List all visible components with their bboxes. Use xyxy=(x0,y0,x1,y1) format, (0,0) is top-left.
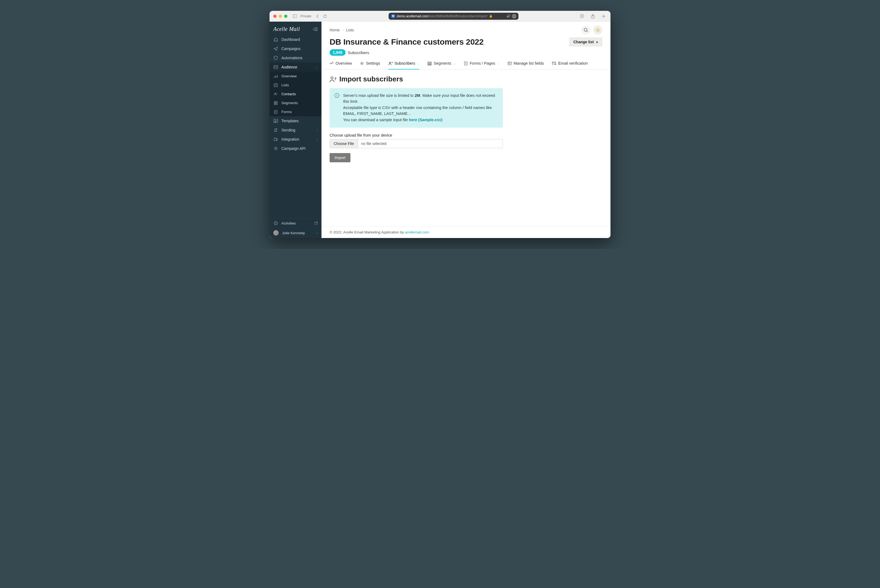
page-title: DB Insurance & Finance customers 2022 xyxy=(330,38,484,46)
svg-rect-10 xyxy=(274,104,275,105)
svg-point-21 xyxy=(389,62,390,63)
avatar xyxy=(273,230,279,236)
sidebar-item-label: Templates xyxy=(281,119,299,123)
svg-point-28 xyxy=(331,77,333,79)
footer-link[interactable]: acellemail.com xyxy=(405,230,429,234)
back-button[interactable] xyxy=(315,14,320,19)
chevron-double-right-icon: » xyxy=(596,40,598,44)
svg-rect-9 xyxy=(276,101,277,103)
sidebar-subitem-segments[interactable]: Segments xyxy=(270,99,321,107)
svg-rect-12 xyxy=(275,110,277,114)
chevron-down-icon: ⌄ xyxy=(417,62,419,65)
private-badge: Private xyxy=(300,14,311,18)
sidebar: Acelle Mail Dashboard Campaigns Automati… xyxy=(270,22,321,238)
minimize-window-icon[interactable] xyxy=(279,15,282,18)
sidebar-item-label: Automations xyxy=(281,56,303,60)
breadcrumb: Home › Lists xyxy=(330,28,354,32)
send-icon xyxy=(273,46,278,51)
tab-overview[interactable]: Overview xyxy=(330,61,352,69)
section-title-text: Import subscribers xyxy=(339,75,403,83)
sidebar-toggle-icon[interactable] xyxy=(292,14,298,18)
svg-rect-14 xyxy=(274,138,276,141)
window-controls xyxy=(273,15,287,18)
tab-email-verification[interactable]: Email verification xyxy=(552,61,588,69)
sidebar-item-templates[interactable]: Templates xyxy=(270,116,321,126)
svg-rect-11 xyxy=(276,104,277,105)
contacts-icon xyxy=(273,92,278,96)
url-path: /lists/5966ef9d994f6/subscribers/import xyxy=(428,14,487,18)
tab-subscribers[interactable]: Subscribers ⌄ xyxy=(388,61,420,69)
downloads-icon[interactable] xyxy=(579,14,585,19)
people-icon xyxy=(330,76,336,82)
new-tab-icon[interactable] xyxy=(601,14,607,19)
svg-rect-6 xyxy=(274,84,277,87)
chevron-down-icon: ⌄ xyxy=(454,62,456,65)
page-footer: © 2022. Acelle Email Marketing Applicati… xyxy=(321,226,610,238)
home-icon xyxy=(273,38,278,42)
breadcrumb-item[interactable]: Lists xyxy=(346,28,354,32)
mail-check-icon xyxy=(552,62,556,65)
sound-icon[interactable]: 🔊 xyxy=(506,14,511,18)
close-window-icon[interactable] xyxy=(273,15,276,18)
theme-toggle[interactable] xyxy=(593,26,602,34)
subscriber-label: Subscribers xyxy=(348,50,369,55)
change-list-button[interactable]: Change list » xyxy=(569,38,602,46)
tab-settings[interactable]: Settings xyxy=(360,61,380,69)
sample-download-link[interactable]: here (Sample.csv) xyxy=(409,118,442,122)
svg-point-20 xyxy=(361,63,363,64)
maximize-window-icon[interactable] xyxy=(284,15,287,18)
tab-label: Forms / Pages xyxy=(470,61,495,66)
sidebar-item-label: Segments xyxy=(281,101,298,105)
history-icon xyxy=(273,221,278,225)
gear-icon xyxy=(273,146,278,151)
info-text: You can download a sample input file xyxy=(343,118,409,122)
share-icon[interactable] xyxy=(590,14,596,19)
tab-label: Email verification xyxy=(558,61,588,66)
tab-segments[interactable]: Segments ⌄ xyxy=(428,61,455,69)
sidebar-subitem-forms[interactable]: Forms xyxy=(270,107,321,116)
tab-manage-fields[interactable]: Manage list fields xyxy=(508,61,544,69)
sidebar-item-label: Contacts xyxy=(281,92,296,96)
collapse-sidebar-icon[interactable] xyxy=(313,27,318,31)
sidebar-item-label: Overview xyxy=(281,74,297,78)
tab-label: Overview xyxy=(336,61,352,66)
chart-icon xyxy=(273,74,278,78)
sidebar-item-audience[interactable]: Audience ⌄ xyxy=(270,63,321,72)
chevron-right-icon: › xyxy=(342,28,343,32)
fields-icon xyxy=(508,62,512,66)
sidebar-item-sending[interactable]: Sending › xyxy=(270,126,321,135)
person-add-icon xyxy=(388,62,393,66)
choose-file-button[interactable]: Choose File xyxy=(330,139,358,148)
sidebar-user[interactable]: Jolie Kennedy › xyxy=(270,228,321,238)
lock-icon: 🔒 xyxy=(489,14,493,18)
sidebar-item-automations[interactable]: Automations xyxy=(270,53,321,63)
svg-rect-4 xyxy=(274,66,278,69)
sidebar-item-label: Audience xyxy=(281,65,297,69)
sidebar-item-label: Lists xyxy=(281,83,289,87)
sidebar-item-dashboard[interactable]: Dashboard xyxy=(270,35,321,44)
sidebar-item-label: Integration xyxy=(281,137,299,141)
sidebar-subitem-overview[interactable]: Overview xyxy=(270,72,321,81)
brand-logo[interactable]: Acelle Mail xyxy=(273,26,300,32)
info-alert: Server's max upload file size is limited… xyxy=(330,88,503,128)
sidebar-item-campaigns[interactable]: Campaigns xyxy=(270,44,321,53)
sidebar-item-campaign-api[interactable]: Campaign API xyxy=(270,144,321,153)
sidebar-activities[interactable]: Activities xyxy=(270,219,321,228)
file-status: no file selected xyxy=(358,139,503,148)
tabs: Overview Settings Subscribers ⌄ Segments… xyxy=(321,57,610,69)
breadcrumb-item[interactable]: Home xyxy=(330,28,339,32)
sidebar-subitem-lists[interactable]: Lists xyxy=(270,81,321,90)
file-input[interactable]: Choose File no file selected xyxy=(330,139,503,148)
sidebar-item-label: Sending xyxy=(281,128,295,132)
chevron-right-icon: › xyxy=(317,231,318,234)
tab-label: Settings xyxy=(366,61,380,66)
import-button[interactable]: Import xyxy=(330,153,350,162)
site-menu-icon[interactable]: ••• xyxy=(512,14,516,18)
sidebar-subitem-contacts[interactable]: Contacts xyxy=(270,90,321,99)
search-button[interactable] xyxy=(581,26,590,34)
tab-forms[interactable]: Forms / Pages ⌄ xyxy=(464,61,500,69)
site-favicon: M xyxy=(391,14,395,18)
sidebar-item-integration[interactable]: Integration › xyxy=(270,135,321,144)
reload-button[interactable] xyxy=(322,14,328,19)
address-bar[interactable]: M demo.acellemail.com/lists/5966ef9d994f… xyxy=(389,13,518,20)
